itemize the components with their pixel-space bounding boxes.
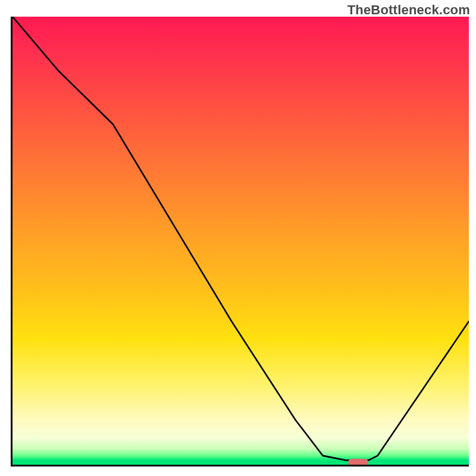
curve-svg: [12, 17, 469, 465]
bottleneck-chart: TheBottleneck.com: [0, 0, 476, 476]
plot-area: [11, 17, 469, 466]
optimal-marker: [348, 459, 368, 466]
watermark-text: TheBottleneck.com: [347, 2, 470, 18]
bottleneck-curve: [12, 17, 469, 461]
